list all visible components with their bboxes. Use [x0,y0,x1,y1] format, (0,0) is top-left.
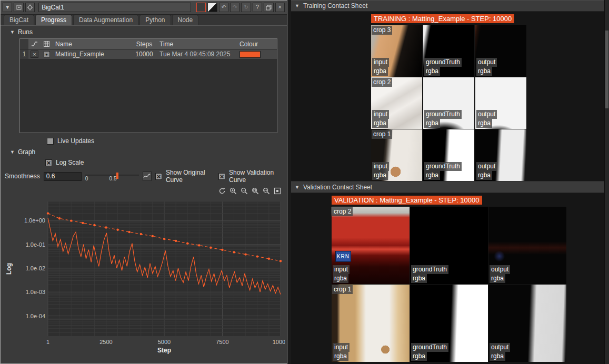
header-gutter [20,39,28,49]
postage-stamp-button[interactable] [207,3,217,12]
node-icon-button[interactable] [14,3,23,12]
check-x-icon: × [47,159,51,166]
radio-dot-icon: ● [45,52,48,57]
crop-label: crop 3 [372,26,392,35]
groundTruth-image: groundTruthrgba [423,77,474,129]
revert-button[interactable]: ↻ [241,3,251,12]
viewer-scrollbar-thumb[interactable] [605,31,608,108]
image-label-block: inputrgba [372,110,389,128]
run-select-radio[interactable]: ● [44,51,50,57]
channels-label: rgba [490,352,505,361]
live-updates-label: Live Updates [57,137,94,145]
crop-label: crop 2 [332,207,353,216]
panel-menu-button[interactable]: ▼ [3,3,12,12]
viewer-scrollbar[interactable] [604,0,609,364]
header-name[interactable]: Name [53,41,132,48]
curve-tool-button[interactable] [143,171,152,181]
image-label-block: groundTruthrgba [424,110,462,128]
panel-titlebar: ▼ ↶ ↷ ↻ ? × [1,1,287,15]
header-select-column[interactable] [41,41,53,47]
tab-data-augmentation[interactable]: Data Augmentation [73,15,138,25]
image-label-block: outputrgba [490,343,510,361]
pass-label: input [372,58,389,67]
channels-label: rgba [490,274,505,283]
viewer-panel: ▼ Training Contact Sheet TRAINING : Matt… [291,0,609,364]
zoom-in-button[interactable] [229,187,237,195]
panel-divider[interactable] [287,0,291,364]
dag-focus-button[interactable] [25,3,35,12]
node-name-input[interactable] [38,3,191,12]
pass-label: groundTruth [424,162,462,171]
collapse-triangle-icon: ▼ [10,149,15,155]
tab-python[interactable]: Python [139,15,171,25]
float-window-button[interactable] [264,3,273,12]
tab-node[interactable]: Node [172,15,199,25]
loss-graph[interactable]: 1.0e+001.0e-011.0e-021.0e-031.0e-0412500… [3,197,285,355]
graph-section-header[interactable]: ▼ Graph [1,146,287,157]
show-original-curve-checkbox[interactable]: × [155,173,162,180]
revert-icon: ↻ [244,5,248,10]
show-validation-curve-checkbox[interactable]: × [218,173,225,180]
channels-label: rgba [333,274,348,283]
svg-text:2500: 2500 [99,339,112,345]
redo-button[interactable]: ↷ [230,3,239,12]
contact-sheet-row: crop 1inputrgbagroundTruthrgbaoutputrgba [332,285,609,362]
delete-run-button[interactable]: × [31,50,38,58]
zoom-fit-x-button[interactable] [262,187,271,195]
frame-all-button[interactable] [273,187,282,195]
pass-label: output [476,58,497,67]
loss-graph-area[interactable]: 1.0e+001.0e-011.0e-021.0e-031.0e-0412500… [3,197,285,357]
zoom-out-button[interactable] [240,187,248,195]
header-steps[interactable]: Steps [132,41,157,48]
run-name: Matting_Example [53,50,132,58]
runs-table-header: Name Steps Time Colour [20,39,277,49]
collapse-triangle-icon: ▼ [295,185,299,190]
pass-label: output [476,162,497,171]
help-button[interactable]: ? [253,3,262,12]
log-scale-checkbox[interactable]: × [45,159,52,166]
zoom-region-icon [252,187,259,195]
svg-text:5000: 5000 [158,339,171,345]
validation-sheet-header[interactable]: ▼ Validation Contact Sheet [291,181,609,193]
tab-bigcat[interactable]: BigCat [4,15,34,25]
channels-label: rgba [333,352,348,361]
live-updates-checkbox[interactable] [47,138,54,145]
training-contact-sheet[interactable]: TRAINING : Matting_Example - STEP: 10000… [291,12,609,181]
pass-label: groundTruth [424,58,462,67]
validation-contact-sheet[interactable]: VALIDATION : Matting_Example - STEP: 100… [291,193,609,364]
run-colour-swatch[interactable] [239,51,261,58]
smoothness-slider[interactable]: 0 0.5 [85,171,139,181]
frame-all-icon [274,187,281,195]
undo-button[interactable]: ↶ [219,3,228,12]
reset-zoom-button[interactable] [218,187,226,195]
header-time[interactable]: Time [157,41,237,48]
validation-sheet-header-label: Validation Contact Sheet [303,184,372,191]
pass-label: output [490,265,510,274]
image-label-block: groundTruthrgba [424,162,462,180]
log-scale-label: Log Scale [56,159,84,166]
properties-panel: ▼ ↶ ↷ ↻ ? × BigCat Progress Data Augm [0,0,287,364]
training-sheet-header[interactable]: ▼ Training Contact Sheet [291,0,609,12]
input-image: crop 2inputrgba [371,77,422,129]
input-image: crop 1inputrgba [371,129,422,181]
close-panel-button[interactable]: × [275,3,285,12]
app-root: ▼ ↶ ↷ ↻ ? × BigCat Progress Data Augm [0,0,609,364]
output-image: outputrgba [488,207,566,284]
header-delete-column[interactable] [28,41,41,47]
float-window-icon [266,5,272,11]
header-colour[interactable]: Colour [237,41,277,48]
zoom-in-icon [229,187,237,195]
node-color-swatch-button[interactable] [196,3,206,12]
input-image: crop 2KRNinputrgba [332,207,410,284]
pass-label: groundTruth [411,343,448,352]
runs-section-header[interactable]: ▼ Runs [1,26,287,37]
run-row[interactable]: 1 × ● Matting_Example 10000 Tue Mar 4 09… [20,49,277,59]
tab-progress[interactable]: Progress [35,15,72,25]
license-plate: KRN [335,251,351,262]
smoothness-input[interactable] [44,172,82,181]
svg-text:1.0e-01: 1.0e-01 [26,241,45,248]
image-label-block: outputrgba [476,58,497,76]
pass-label: input [372,162,389,171]
zoom-region-button[interactable] [251,187,259,195]
svg-text:Step: Step [157,347,171,354]
